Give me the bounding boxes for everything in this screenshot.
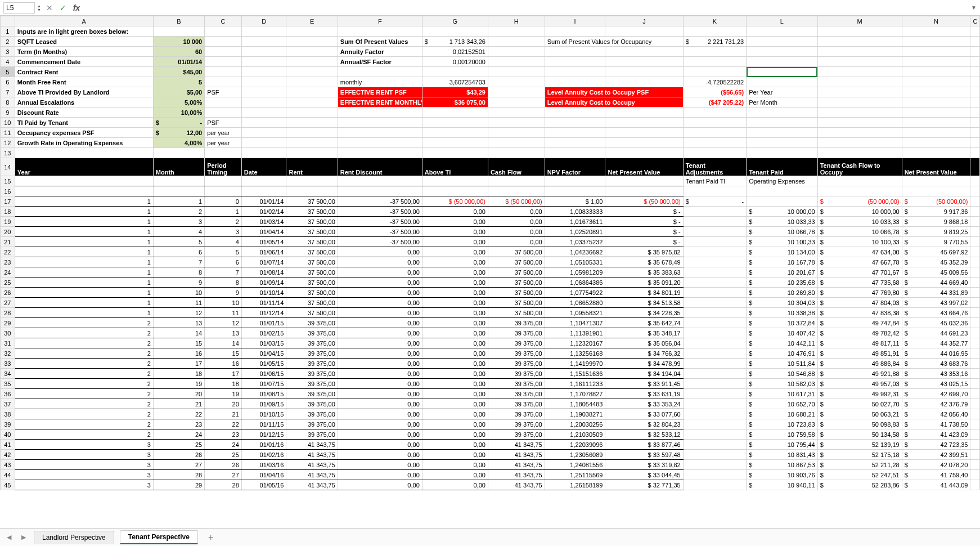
cell[interactable]: Per Year <box>747 87 818 97</box>
cell[interactable]: Commencement Date <box>15 57 153 67</box>
cell[interactable]: 0,00 <box>338 409 422 419</box>
cell[interactable]: -37 500,00 <box>338 237 422 247</box>
row-header[interactable]: 32 <box>1 348 15 359</box>
cell[interactable]: $49 992,31 <box>817 389 902 399</box>
cell[interactable] <box>683 227 746 237</box>
cell[interactable]: $42 376,79 <box>902 399 970 409</box>
cell[interactable]: 0,00 <box>338 278 422 288</box>
cell[interactable]: $ - <box>605 217 683 227</box>
row-header[interactable]: 7 <box>1 87 15 97</box>
cell[interactable]: $ 32 771,35 <box>605 480 683 490</box>
cell[interactable]: 0,00 <box>338 359 422 369</box>
cell[interactable]: 01/08/14 <box>241 267 286 278</box>
cell[interactable]: -4,720522282 <box>683 77 746 87</box>
cell[interactable]: 0,00 <box>338 440 422 450</box>
table-header[interactable]: Above TI <box>422 158 488 176</box>
cell[interactable]: 0,00 <box>422 419 488 429</box>
cell[interactable]: $49 851,91 <box>817 348 902 359</box>
cell[interactable]: 0,00 <box>338 267 422 278</box>
cell[interactable]: $10 134,00 <box>747 247 818 257</box>
cell[interactable]: 3 <box>15 460 153 470</box>
cell[interactable]: 0,00 <box>422 399 488 409</box>
cell[interactable]: 0,00 <box>422 318 488 328</box>
cell[interactable]: 8 <box>205 278 242 288</box>
row-header[interactable]: 35 <box>1 379 15 389</box>
cell[interactable]: 37 500,00 <box>286 308 338 318</box>
cell[interactable]: 22 <box>205 419 242 429</box>
cell[interactable]: 01/03/15 <box>241 338 286 348</box>
cell[interactable]: EFFECTIVE RENT PSF <box>338 87 422 97</box>
cell[interactable]: 39 375,00 <box>286 429 338 440</box>
cell[interactable]: $ 34 228,35 <box>605 308 683 318</box>
cell[interactable]: 0,00 <box>422 429 488 440</box>
cell[interactable]: 01/06/15 <box>241 369 286 379</box>
cell[interactable]: Operating Expenses <box>747 176 818 186</box>
table-header[interactable]: Rent Discount <box>338 158 422 176</box>
cell[interactable]: 0,00 <box>422 217 488 227</box>
row-header[interactable]: 14 <box>1 158 15 176</box>
cell[interactable]: $ 35 975,82 <box>605 247 683 257</box>
cell[interactable]: Contract Rent <box>15 67 153 77</box>
col-K[interactable]: K <box>683 16 746 26</box>
cell[interactable]: 1,15151636 <box>545 369 605 379</box>
cell[interactable]: 1 <box>15 288 153 298</box>
cell[interactable]: 0,00 <box>338 389 422 399</box>
cell[interactable]: 41 343,75 <box>286 460 338 470</box>
row-header[interactable]: 42 <box>1 450 15 460</box>
select-all-corner[interactable] <box>1 16 15 26</box>
cell[interactable]: 37 500,00 <box>488 288 545 298</box>
cell[interactable]: 19 <box>205 389 242 399</box>
cell[interactable]: Sum of Present Values for Occupancy <box>545 37 683 47</box>
cell[interactable]: 39 375,00 <box>488 399 545 409</box>
col-G[interactable]: G <box>422 16 488 26</box>
cell[interactable]: Month Free Rent <box>15 77 153 87</box>
cell[interactable]: $ 32 804,23 <box>605 419 683 429</box>
cell[interactable]: 0,00 <box>422 379 488 389</box>
cell[interactable] <box>683 379 746 389</box>
cell[interactable]: 5 <box>153 77 204 87</box>
row-header[interactable]: 45 <box>1 480 15 490</box>
cell[interactable]: 0,00 <box>338 369 422 379</box>
cell[interactable]: 0,00 <box>338 348 422 359</box>
table-header[interactable]: Month <box>153 158 204 176</box>
cell[interactable]: 3 <box>15 480 153 490</box>
cell[interactable]: 0,00 <box>422 308 488 318</box>
cell[interactable]: $10 167,78 <box>747 257 818 267</box>
cell[interactable]: $41 759,40 <box>902 470 970 480</box>
name-box[interactable]: L5 <box>3 2 35 14</box>
cell[interactable]: 37 500,00 <box>488 278 545 288</box>
cell[interactable]: 39 375,00 <box>286 379 338 389</box>
cell[interactable]: $10 723,83 <box>747 419 818 429</box>
cell[interactable] <box>683 419 746 429</box>
cell[interactable]: 1 <box>153 196 204 207</box>
cell[interactable]: 39 375,00 <box>488 369 545 379</box>
cell[interactable]: 0,00 <box>422 338 488 348</box>
cell[interactable]: 39 375,00 <box>488 318 545 328</box>
cell[interactable]: 25 <box>205 450 242 460</box>
cell[interactable]: 1,18054483 <box>545 399 605 409</box>
row-header[interactable]: 43 <box>1 460 15 470</box>
cell[interactable]: 0,00 <box>338 308 422 318</box>
cell[interactable]: 24 <box>205 440 242 450</box>
col-N[interactable]: N <box>902 16 970 26</box>
cell[interactable]: 0,00 <box>338 328 422 338</box>
table-header[interactable]: Tenant Adjustments <box>683 158 746 176</box>
cell[interactable]: $52 283,86 <box>817 480 902 490</box>
cell[interactable] <box>683 460 746 470</box>
cell[interactable]: 7 <box>153 257 204 267</box>
row-header[interactable]: 3 <box>1 47 15 57</box>
row-header[interactable]: 34 <box>1 369 15 379</box>
cell[interactable]: $ - <box>605 227 683 237</box>
cell[interactable]: $ (50 000,00) <box>422 196 488 207</box>
col-E[interactable]: E <box>286 16 338 26</box>
cell[interactable]: monthly <box>338 77 422 87</box>
cell[interactable]: 01/10/14 <box>241 288 286 298</box>
cell[interactable]: Discount Rate <box>15 108 153 118</box>
cell[interactable]: $49 957,03 <box>817 379 902 389</box>
cell[interactable]: 39 375,00 <box>286 369 338 379</box>
cell[interactable]: 37 500,00 <box>286 227 338 237</box>
cell[interactable]: 39 375,00 <box>286 338 338 348</box>
cell[interactable]: 01/09/14 <box>241 278 286 288</box>
cell[interactable]: 10 <box>153 288 204 298</box>
cell[interactable]: 60 <box>153 47 204 57</box>
